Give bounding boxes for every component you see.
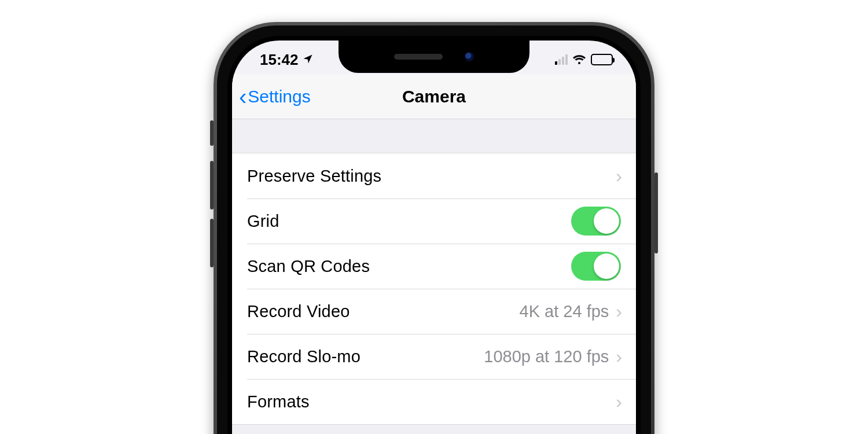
notch xyxy=(339,41,529,73)
settings-group: Preserve Settings › Grid Scan QR Codes xyxy=(232,153,636,425)
side-button xyxy=(654,172,658,253)
row-scan-qr[interactable]: Scan QR Codes xyxy=(232,244,636,289)
chevron-right-icon: › xyxy=(616,167,622,185)
phone-frame: 15:42 xyxy=(214,22,654,434)
front-camera xyxy=(465,52,474,61)
cellular-signal-icon xyxy=(555,54,568,65)
location-arrow-icon xyxy=(302,51,314,69)
row-label: Preserve Settings xyxy=(247,167,616,186)
back-label: Settings xyxy=(248,87,310,106)
chevron-right-icon: › xyxy=(616,302,622,321)
chevron-right-icon: › xyxy=(616,347,622,366)
row-label: Record Slo-mo xyxy=(247,347,484,366)
chevron-right-icon: › xyxy=(616,392,622,411)
settings-content: Preserve Settings › Grid Scan QR Codes xyxy=(232,119,636,434)
row-value: 4K at 24 fps xyxy=(520,302,609,321)
row-formats[interactable]: Formats › xyxy=(232,379,636,424)
wifi-icon xyxy=(572,54,586,65)
group-spacer xyxy=(232,119,636,153)
row-value: 1080p at 120 fps xyxy=(484,347,609,366)
grid-toggle[interactable] xyxy=(571,207,621,236)
row-label: Record Video xyxy=(247,302,520,321)
screen: 15:42 xyxy=(232,41,636,434)
row-preserve-settings[interactable]: Preserve Settings › xyxy=(232,153,636,198)
row-grid[interactable]: Grid xyxy=(232,198,636,244)
earpiece-speaker xyxy=(394,54,443,60)
row-label: Scan QR Codes xyxy=(247,257,571,276)
row-label: Formats xyxy=(247,392,616,411)
row-label: Grid xyxy=(247,212,571,231)
nav-bar: ‹ Settings Camera xyxy=(232,74,636,119)
volume-down-button xyxy=(210,219,214,267)
stage: 15:42 xyxy=(0,0,868,434)
chevron-left-icon: ‹ xyxy=(239,85,247,108)
row-record-slomo[interactable]: Record Slo-mo 1080p at 120 fps › xyxy=(232,334,636,379)
volume-up-button xyxy=(210,161,214,209)
row-record-video[interactable]: Record Video 4K at 24 fps › xyxy=(232,289,636,334)
mute-switch xyxy=(210,120,214,146)
status-time: 15:42 xyxy=(260,51,299,69)
back-button[interactable]: ‹ Settings xyxy=(239,74,311,119)
page-title: Camera xyxy=(402,87,466,106)
battery-icon xyxy=(591,54,613,65)
qr-toggle[interactable] xyxy=(571,252,621,281)
